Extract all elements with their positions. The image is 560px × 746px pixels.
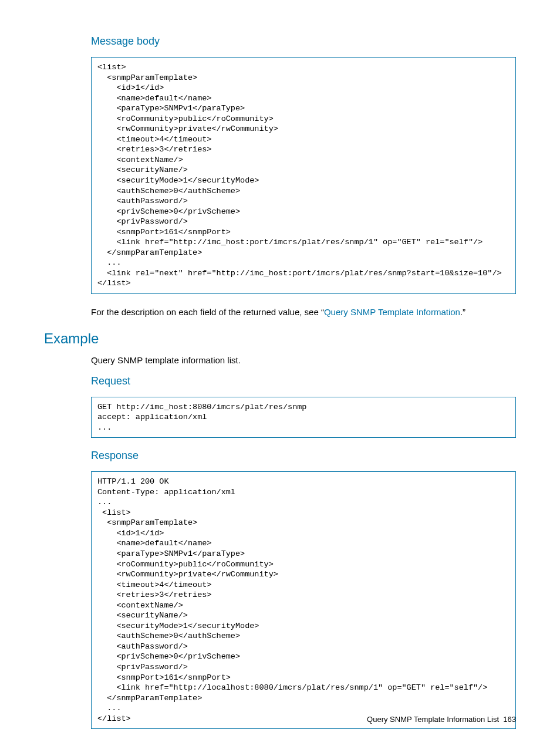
description-suffix: .” bbox=[460, 307, 465, 317]
codebox-message-body: <list> <snmpParamTemplate> <id>1</id> <n… bbox=[91, 57, 516, 294]
heading-response: Response bbox=[91, 450, 516, 462]
heading-message-body: Message body bbox=[91, 35, 516, 48]
codebox-request: GET http://imc_host:8080/imcrs/plat/res/… bbox=[91, 397, 516, 438]
example-intro: Query SNMP template information list. bbox=[91, 354, 516, 367]
codebox-response: HTTP/1.1 200 OK Content-Type: applicatio… bbox=[91, 471, 516, 729]
link-query-snmp-template-info[interactable]: Query SNMP Template Information bbox=[324, 307, 460, 317]
heading-request: Request bbox=[91, 375, 516, 387]
description-paragraph: For the description on each field of the… bbox=[91, 306, 516, 319]
page-footer: Query SNMP Template Information List 163 bbox=[367, 715, 516, 724]
footer-title: Query SNMP Template Information List bbox=[367, 715, 499, 724]
description-prefix: For the description on each field of the… bbox=[91, 307, 324, 317]
heading-example: Example bbox=[44, 330, 516, 347]
footer-page-number: 163 bbox=[503, 715, 516, 724]
